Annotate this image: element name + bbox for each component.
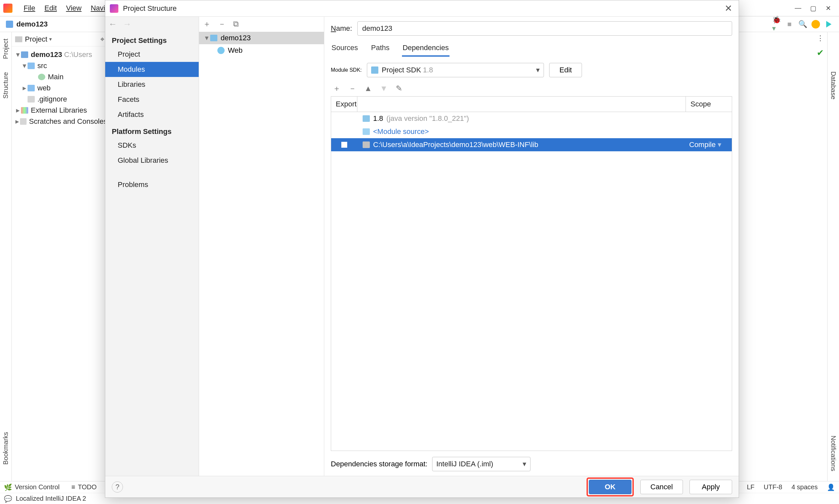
nav-forward-icon[interactable]: → xyxy=(123,19,132,29)
status-reader-mode-icon[interactable]: 👤 xyxy=(827,483,835,491)
tree-node-external-libraries[interactable]: ▸External Libraries xyxy=(12,105,110,116)
tool-window-project[interactable]: Project xyxy=(2,39,10,59)
edit-sdk-button[interactable]: Edit xyxy=(549,63,582,77)
dependency-toolbar: ＋ － ▲ ▼ ✎ xyxy=(331,81,732,96)
module-icon xyxy=(6,21,13,28)
modules-toolbar: ＋ － ⧉ xyxy=(199,17,324,31)
tool-window-structure[interactable]: Structure xyxy=(2,72,10,98)
status-lf[interactable]: LF xyxy=(747,483,754,491)
nav-global-libraries[interactable]: Global Libraries xyxy=(105,153,199,168)
update-icon[interactable] xyxy=(811,20,820,29)
ai-play-icon[interactable] xyxy=(825,20,833,29)
module-node-web[interactable]: Web xyxy=(199,44,324,57)
section-project-settings: Project Settings xyxy=(105,31,199,47)
more-icon[interactable]: ⋮ xyxy=(816,34,825,42)
web-facet-icon xyxy=(217,47,225,54)
folder-icon xyxy=(28,85,35,91)
nav-modules[interactable]: Modules xyxy=(105,62,199,77)
dependency-table: Export Scope 1.8 (java version "1.8.0_22… xyxy=(331,96,732,451)
remove-module-icon[interactable]: － xyxy=(218,19,226,29)
tool-window-notifications[interactable]: Notifications xyxy=(829,435,837,471)
module-icon xyxy=(21,51,28,58)
scratches-icon xyxy=(20,118,26,125)
nav-problems[interactable]: Problems xyxy=(105,177,199,192)
debug-dropdown-icon[interactable]: 🐞▾ xyxy=(772,20,781,29)
project-panel: Project ▾ ⌖ ▾demo123C:\Users ▾src Main ▸… xyxy=(12,32,110,481)
dialog-footer: ? OK Cancel Apply xyxy=(105,476,739,498)
ok-button[interactable]: OK xyxy=(589,480,632,494)
edit-dependency-icon[interactable]: ✎ xyxy=(396,84,402,93)
module-node-root[interactable]: ▾demo123 xyxy=(199,32,324,44)
tree-node-gitignore[interactable]: .gitignore xyxy=(12,94,110,105)
status-todo[interactable]: ≡ TODO xyxy=(71,483,97,491)
nav-artifacts[interactable]: Artifacts xyxy=(105,107,199,122)
chevron-down-icon: ▾ xyxy=(536,66,540,74)
move-down-icon[interactable]: ▼ xyxy=(380,84,388,93)
storage-format-select[interactable]: IntelliJ IDEA (.iml)▾ xyxy=(432,457,530,471)
nav-project[interactable]: Project xyxy=(105,47,199,62)
export-checkbox[interactable] xyxy=(341,142,347,148)
cancel-button[interactable]: Cancel xyxy=(640,480,683,494)
dialog-nav-column: ← → Project Settings Project Modules Lib… xyxy=(105,17,199,476)
intellij-logo-icon xyxy=(110,4,118,13)
file-icon xyxy=(28,96,35,103)
tool-window-bookmarks[interactable]: Bookmarks xyxy=(2,432,10,465)
module-sdk-select[interactable]: Project SDK1.8 ▾ xyxy=(367,63,544,77)
col-export[interactable]: Export xyxy=(331,96,357,112)
checkmark-icon: ✔ xyxy=(817,48,824,58)
event-log-icon[interactable]: 💬 xyxy=(4,495,12,503)
tree-node-project-root[interactable]: ▾demo123C:\Users xyxy=(12,49,110,60)
tab-sources[interactable]: Sources xyxy=(331,41,359,57)
source-folder-icon xyxy=(363,128,370,135)
folder-icon xyxy=(28,62,35,69)
remove-dependency-icon[interactable]: － xyxy=(348,83,356,94)
col-name xyxy=(357,96,686,112)
search-icon[interactable]: 🔍 xyxy=(798,20,807,29)
chevron-down-icon[interactable]: ▾ xyxy=(49,36,52,42)
stop-icon[interactable]: ■ xyxy=(785,20,794,29)
status-indent[interactable]: 4 spaces xyxy=(791,483,818,491)
breadcrumb-project-name[interactable]: demo123 xyxy=(16,20,48,29)
tab-paths[interactable]: Paths xyxy=(371,41,390,57)
nav-libraries[interactable]: Libraries xyxy=(105,77,199,92)
project-panel-header[interactable]: Project ▾ ⌖ xyxy=(12,32,110,47)
copy-module-icon[interactable]: ⧉ xyxy=(233,19,239,29)
message-text: Localized IntelliJ IDEA 2 xyxy=(16,495,86,502)
tree-node-src[interactable]: ▾src xyxy=(12,60,110,71)
folder-icon xyxy=(363,142,370,148)
dep-row-module-source[interactable]: <Module source> xyxy=(331,125,732,138)
move-up-icon[interactable]: ▲ xyxy=(364,84,372,93)
dialog-close-button[interactable]: ✕ xyxy=(723,3,734,14)
window-minimize-button[interactable]: — xyxy=(790,3,806,14)
window-maximize-button[interactable]: ▢ xyxy=(806,3,821,14)
col-scope[interactable]: Scope xyxy=(686,96,732,112)
class-icon xyxy=(38,74,45,80)
folder-icon xyxy=(15,36,22,42)
menu-edit[interactable]: Edit xyxy=(40,4,61,13)
add-dependency-icon[interactable]: ＋ xyxy=(333,83,341,94)
dep-row-lib-folder[interactable]: C:\Users\a\IdeaProjects\demo123\web\WEB-… xyxy=(331,138,732,151)
nav-facets[interactable]: Facets xyxy=(105,92,199,107)
tree-node-scratches[interactable]: ▸Scratches and Consoles xyxy=(12,116,110,127)
libraries-icon xyxy=(21,107,28,114)
tree-node-web[interactable]: ▸web xyxy=(12,83,110,94)
menu-view[interactable]: View xyxy=(61,4,86,13)
status-version-control[interactable]: 🌿 Version Control xyxy=(4,483,60,491)
intellij-logo-icon xyxy=(3,4,13,13)
apply-button[interactable]: Apply xyxy=(689,480,732,494)
module-name-input[interactable] xyxy=(357,21,732,36)
nav-sdks[interactable]: SDKs xyxy=(105,138,199,153)
window-close-button[interactable]: ✕ xyxy=(821,3,836,14)
dep-row-jdk[interactable]: 1.8 (java version "1.8.0_221") xyxy=(331,112,732,125)
help-button[interactable]: ? xyxy=(112,481,123,492)
tab-dependencies[interactable]: Dependencies xyxy=(402,41,449,57)
status-encoding[interactable]: UTF-8 xyxy=(764,483,782,491)
tree-node-main[interactable]: Main xyxy=(12,71,110,83)
nav-back-icon[interactable]: ← xyxy=(108,19,117,29)
add-module-icon[interactable]: ＋ xyxy=(203,19,211,29)
left-gutter: Project Structure Bookmarks xyxy=(0,32,12,481)
scope-select[interactable]: Compile xyxy=(689,141,716,149)
right-gutter: Database Notifications xyxy=(827,32,839,481)
tool-window-database[interactable]: Database xyxy=(829,71,837,100)
menu-file[interactable]: File xyxy=(19,4,40,13)
